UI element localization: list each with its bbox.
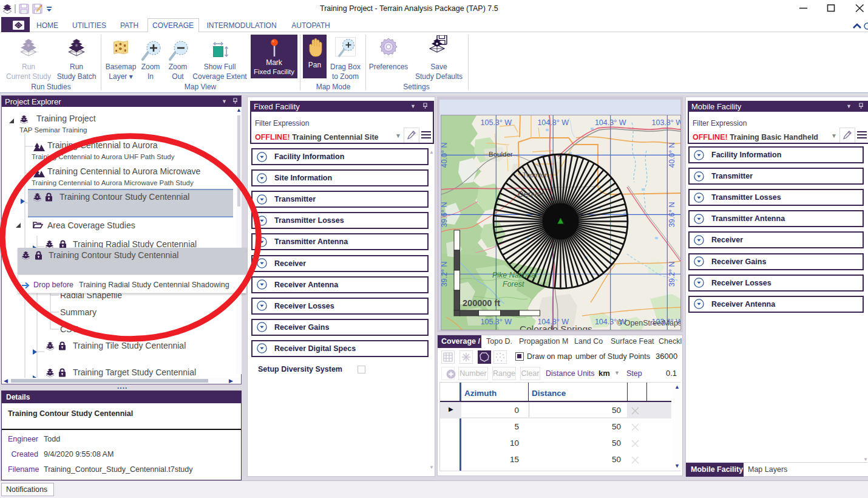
svg-text:Forest: Forest bbox=[503, 280, 524, 288]
svg-text:105.3° W: 105.3° W bbox=[481, 318, 512, 326]
svg-text:40.0° N: 40.0° N bbox=[441, 142, 449, 168]
svg-text:39.2° N: 39.2° N bbox=[668, 261, 676, 287]
svg-text:103.8° W: 103.8° W bbox=[652, 118, 680, 127]
svg-text:© OpenStreetMaps: © OpenStreetMaps bbox=[617, 319, 680, 327]
svg-text:Boulder: Boulder bbox=[489, 151, 513, 158]
svg-text:Colorado Springs: Colorado Springs bbox=[520, 324, 592, 330]
svg-text:Pike National: Pike National bbox=[492, 271, 538, 279]
svg-text:Denver: Denver bbox=[518, 189, 544, 199]
svg-text:200000 ft: 200000 ft bbox=[463, 298, 500, 308]
svg-text:39.6° N: 39.6° N bbox=[441, 202, 449, 227]
svg-text:105.3° W: 105.3° W bbox=[481, 118, 512, 127]
svg-text:39.2° N: 39.2° N bbox=[441, 261, 449, 287]
svg-text:40.0° N: 40.0° N bbox=[668, 142, 676, 168]
svg-text:39.6° N: 39.6° N bbox=[668, 202, 676, 227]
svg-text:104.3° W: 104.3° W bbox=[595, 118, 626, 127]
svg-text:104.8° W: 104.8° W bbox=[537, 118, 569, 127]
svg-text:Thornton: Thornton bbox=[523, 171, 548, 179]
